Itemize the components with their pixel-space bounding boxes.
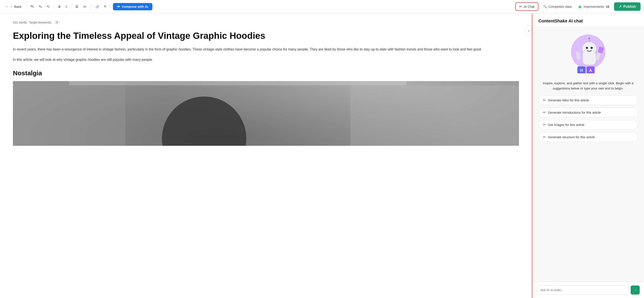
italic-label: I	[66, 5, 66, 9]
main-layout: 531 words Target keywords: 3 Exploring t…	[0, 13, 644, 298]
suggestion-generate-introductions[interactable]: ✏ Generate Introductions for this articl…	[538, 108, 638, 117]
suggestion-pencil-icon-4: ✏	[543, 135, 546, 139]
suggestion-pencil-icon-2: ✏	[543, 110, 546, 115]
h2-label: H2	[39, 5, 42, 8]
clear-format-button[interactable]: T	[102, 4, 108, 10]
ai-chat-body: H A Inspire, explore, and gather text wi…	[532, 27, 644, 282]
bullet-list-button[interactable]: ☰	[74, 4, 80, 10]
h2-button[interactable]: H2	[37, 4, 44, 10]
circle-check-icon: ◉	[578, 4, 582, 9]
competitor-label: Competitor data	[548, 5, 572, 9]
svg-point-10	[586, 47, 588, 49]
competitor-data-button[interactable]: 🔍 Competitor data	[541, 4, 574, 10]
suggestion-generate-titles[interactable]: ✏ Generate titles for this article	[538, 95, 638, 105]
publish-arrow-icon: ↗	[619, 5, 622, 9]
ai-chat-panel: ContentShake AI chat	[532, 13, 644, 298]
bold-label: B	[58, 5, 60, 9]
svg-text:H: H	[580, 68, 583, 73]
numbered-icon: 1≡	[84, 5, 87, 8]
improvements-label: Improvements	[584, 5, 604, 9]
publish-button[interactable]: ↗ Publish	[614, 2, 640, 11]
clear-format-icon: T	[104, 5, 106, 8]
collapse-panel-button[interactable]: »	[526, 26, 532, 36]
ai-chat-header: ContentShake AI chat	[532, 13, 644, 27]
ai-chat-input-area: →	[532, 282, 644, 298]
suggestion-pencil-icon-3: ✏	[543, 123, 546, 127]
suggestion-label-structure: Generate structure for this article	[548, 135, 595, 139]
back-button[interactable]: ← ← Back	[4, 4, 24, 10]
back-arrow-icon: ←	[6, 5, 9, 9]
photo-simulation	[13, 81, 519, 146]
article-paragraph-1[interactable]: In recent years, there has been a resurg…	[13, 46, 519, 52]
improvements-count: 10	[606, 5, 610, 9]
suggestion-get-images[interactable]: ✏ Get images for this article	[538, 120, 638, 130]
compose-label: Compose with AI	[122, 5, 148, 9]
bullet-icon: ☰	[76, 5, 78, 9]
target-keywords-label: Target keywords:	[29, 21, 52, 24]
ai-chat-title: ContentShake AI chat	[538, 19, 638, 24]
svg-rect-4	[13, 81, 126, 146]
ai-send-button[interactable]: →	[631, 285, 640, 294]
svg-point-9	[582, 42, 596, 55]
bold-button[interactable]: B	[57, 4, 62, 10]
robot-illustration-container: H A	[569, 35, 608, 74]
svg-point-20	[588, 38, 590, 39]
send-arrow-icon: →	[633, 288, 637, 292]
ai-description: Inspire, explore, and gather text with a…	[538, 81, 638, 91]
collapse-icon: »	[528, 29, 530, 32]
toolbar-divider-1	[26, 4, 26, 10]
word-count-bar: 531 words Target keywords: 3	[13, 20, 519, 24]
compose-pencil-icon: ✏	[117, 5, 120, 9]
suggestion-label-introductions: Generate Introductions for this article	[548, 111, 601, 114]
svg-text:A: A	[589, 68, 592, 73]
toolbar-divider-4	[91, 4, 91, 10]
numbered-list-button[interactable]: 1≡	[82, 4, 88, 10]
link-icon: 🔗	[96, 5, 99, 9]
svg-rect-5	[350, 85, 519, 146]
robot-illustration: H A	[569, 35, 608, 73]
ai-chat-button[interactable]: ✏ AI Chat	[515, 2, 538, 11]
article-title[interactable]: Exploring the Timeless Appeal of Vintage…	[13, 31, 519, 41]
keyword-count-badge: 3	[54, 20, 60, 24]
ai-chat-pencil-icon: ✏	[519, 5, 522, 9]
suggestion-pencil-icon-1: ✏	[543, 98, 546, 102]
suggestion-label-images: Get images for this article	[548, 123, 584, 127]
ai-chat-label: AI Chat	[524, 5, 534, 9]
h3-button[interactable]: H3	[45, 4, 51, 10]
publish-label: Publish	[623, 5, 636, 9]
editor-area[interactable]: 531 words Target keywords: 3 Exploring t…	[0, 13, 532, 298]
toolbar-right: ✏ AI Chat 🔍 Competitor data ◉ Improvemen…	[515, 2, 640, 11]
improvements-button[interactable]: ◉ Improvements 10	[576, 3, 612, 10]
back-label: ← Back	[10, 5, 22, 9]
svg-rect-6	[69, 81, 406, 85]
toolbar-left: ← ← Back H1 H2 H3 B I ☰ 1≡ 🔗	[4, 3, 514, 10]
main-toolbar: ← ← Back H1 H2 H3 B I ☰ 1≡ 🔗	[0, 0, 644, 13]
suggestions-list: ✏ Generate titles for this article ✏ Gen…	[538, 95, 638, 142]
link-button[interactable]: 🔗	[94, 4, 101, 10]
h1-button[interactable]: H1	[29, 4, 36, 10]
suggestion-generate-structure[interactable]: ✏ Generate structure for this article	[538, 132, 638, 142]
h1-label: H1	[31, 5, 34, 8]
article-image	[13, 81, 519, 146]
article-section-heading[interactable]: Nostalgia	[13, 69, 519, 77]
ai-chat-input-field[interactable]	[537, 285, 628, 294]
article-paragraph-2[interactable]: In this article, we will look at why vin…	[13, 57, 519, 63]
svg-point-11	[590, 47, 593, 49]
search-icon: 🔍	[543, 5, 547, 9]
compose-with-ai-button[interactable]: ✏ Compose with AI	[113, 3, 152, 10]
h3-label: H3	[47, 5, 50, 8]
italic-button[interactable]: I	[64, 4, 68, 10]
suggestion-label-titles: Generate titles for this article	[548, 98, 589, 102]
word-count: 531 words	[13, 21, 27, 24]
